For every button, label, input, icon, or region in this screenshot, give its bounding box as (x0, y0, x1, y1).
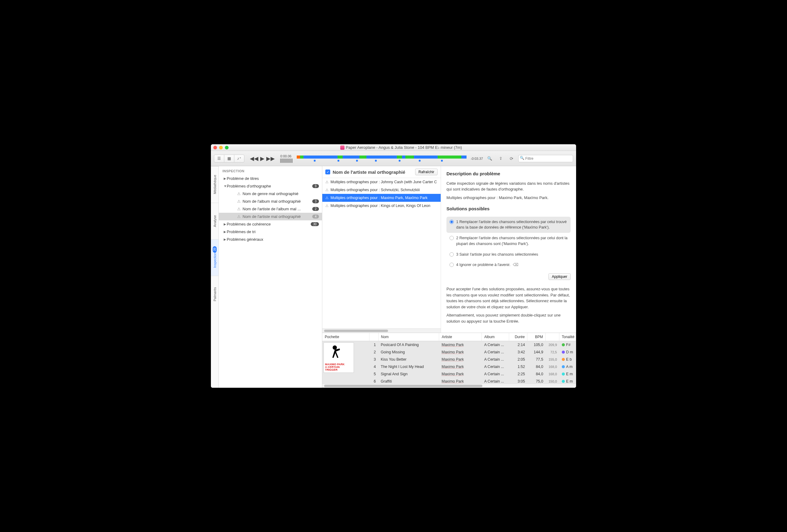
sidebar: INSPECTION ▶Problème de titres▼Problèmes… (219, 166, 322, 388)
desc-header: Description du problème (446, 170, 571, 177)
table-row[interactable]: 5Signal And SignMaximo ParkA Certain ...… (369, 370, 576, 378)
warning-icon: ⚠ (237, 199, 241, 204)
issue-row[interactable]: ⚠Multiples orthographes pour : Maximo Pa… (322, 194, 441, 202)
col-key[interactable]: Tonalité (559, 333, 576, 341)
table-header[interactable]: Pochette Nom Artiste Album Durée BPM Ton… (322, 333, 576, 341)
chevron-icon: ▼ (224, 185, 227, 188)
table-row[interactable]: 6GraffitiMaximo ParkA Certain ...3:0575,… (369, 378, 576, 383)
svg-point-0 (333, 345, 337, 350)
sidebar-item[interactable]: ▶Problèmes généraux (219, 236, 322, 243)
loupe-icon[interactable]: 🔍 (485, 155, 494, 162)
count-badge: 4 (312, 215, 319, 218)
view-music-button[interactable]: ♪⁺ (234, 155, 244, 163)
sidebar-item[interactable]: ▶Problèmes de tri (219, 228, 322, 236)
col-cover[interactable]: Pochette (322, 333, 369, 341)
rail-tab[interactable]: Inspection39 (211, 239, 218, 276)
col-album[interactable]: Album (482, 333, 509, 341)
issue-row[interactable]: ⚠Multiples orthographes pour : Kings of … (322, 202, 441, 210)
window-title: Paper Aeroplane - Angus & Julia Stone - … (229, 145, 574, 150)
artist-link[interactable]: Maximo Park (442, 350, 464, 354)
artist-link[interactable]: Maximo Park (442, 365, 464, 369)
key-color-icon (562, 350, 565, 354)
table-row[interactable]: 3Kiss You BetterMaximo ParkA Certain ...… (369, 356, 576, 363)
help-text-2: Alternativement, vous pouvez simplement … (446, 312, 571, 324)
issues-scrollbar[interactable] (322, 328, 441, 333)
sidebar-item-label: Nom de l'artiste de l'album mal ... (242, 207, 312, 211)
solution-option[interactable]: 1 Remplacer l'artiste des chansons sélec… (446, 217, 571, 233)
zoom-icon[interactable] (225, 146, 229, 149)
time-elapsed: 0:00.06 (280, 154, 292, 158)
artist-link[interactable]: Maximo Park (442, 357, 464, 362)
sidebar-item[interactable]: ▼Problèmes d'orthographe9 (219, 182, 322, 190)
solutions-header: Solutions possibles (446, 206, 571, 212)
sidebar-item[interactable]: ⚠Nom de l'album mal orthographié3 (219, 197, 322, 205)
search-input[interactable] (518, 155, 573, 162)
table-row[interactable]: 1Postcard Of A PaintingMaximo ParkA Cert… (369, 341, 576, 348)
sidebar-item[interactable]: ⚠Nom de l'artiste mal orthographié4 (219, 213, 322, 220)
col-bpm[interactable]: BPM (527, 333, 546, 341)
radio-icon (449, 220, 454, 224)
app-window: Paper Aeroplane - Angus & Julia Stone - … (211, 144, 576, 388)
album-cover[interactable]: MAXIMO PARK A CERTAIN TRIGGER (323, 342, 354, 373)
count-badge: 3 (312, 199, 319, 203)
sidebar-item-label: Problèmes de cohérence (227, 222, 311, 227)
artist-link[interactable]: Maximo Park (442, 372, 464, 376)
titlebar[interactable]: Paper Aeroplane - Angus & Julia Stone - … (211, 144, 576, 151)
refresh-button[interactable]: Rafraîchir (415, 169, 438, 175)
toolbar: ☰ ▦ ♪⁺ ◀◀ ▶ ▶▶ 0:00.06 -0:03.37 🔍 ⇪ ⟳ (211, 151, 576, 166)
sidebar-item[interactable]: ▶Problème de titres (219, 175, 322, 182)
issue-row[interactable]: ⚠Multiples orthographes pour : Johnny Ca… (322, 178, 441, 186)
col-duration[interactable]: Durée (509, 333, 527, 341)
sidebar-item-label: Problèmes d'orthographe (227, 184, 312, 188)
sidebar-item-label: Problème de titres (227, 176, 319, 181)
share-icon[interactable]: ⇪ (496, 155, 505, 162)
warning-icon: ⚠ (325, 180, 329, 184)
next-button[interactable]: ▶▶ (266, 155, 275, 162)
artist-link[interactable]: Maximo Park (442, 379, 464, 383)
solution-option[interactable]: 3 Saisir l'artiste pour les chansons sél… (446, 249, 571, 260)
barcode-icon (280, 158, 293, 163)
sidebar-item-label: Nom de genre mal orthographié (242, 191, 319, 196)
rail-tab[interactable]: Palmarès (211, 276, 218, 312)
sidebar-item-label: Problèmes généraux (227, 237, 319, 242)
playback-controls: ◀◀ ▶ ▶▶ (250, 155, 275, 162)
sidebar-item[interactable]: ⚠Nom de genre mal orthographié (219, 190, 322, 197)
issue-row[interactable]: ⚠Multiples orthographes pour : Schmutzki… (322, 186, 441, 194)
view-list-button[interactable]: ☰ (214, 155, 224, 163)
traffic-lights (213, 146, 229, 149)
sidebar-item[interactable]: ⚠Nom de l'artiste de l'album mal ...2 (219, 205, 322, 213)
issue-title: Nom de l'artiste mal orthographié (333, 170, 405, 175)
table-row[interactable]: 4The Night I Lost My HeadMaximo ParkA Ce… (369, 363, 576, 370)
checkbox-icon[interactable]: ✓ (325, 170, 330, 174)
radio-icon (449, 236, 454, 240)
key-color-icon (562, 380, 565, 383)
solution-option[interactable]: 4 Ignorer ce problème à l'avenir. ⌫ (446, 260, 571, 270)
loop-icon[interactable]: ⟳ (507, 155, 516, 162)
warning-icon: ⚠ (325, 204, 329, 208)
count-badge: 30 (311, 222, 319, 226)
sidebar-item-label: Nom de l'artiste mal orthographié (242, 214, 312, 219)
close-icon[interactable] (213, 146, 217, 149)
view-grid-button[interactable]: ▦ (224, 155, 234, 163)
progress-bar[interactable] (297, 155, 467, 162)
warning-icon: ⚠ (237, 214, 241, 219)
radio-icon (449, 263, 454, 267)
search-field[interactable] (518, 155, 573, 162)
apply-button[interactable]: Appliquer (548, 273, 571, 280)
delete-icon: ⌫ (512, 263, 518, 267)
rail-tab[interactable]: Médiathèque (211, 166, 218, 203)
minimize-icon[interactable] (219, 146, 223, 149)
table-scrollbar[interactable] (322, 383, 576, 388)
rail-tab[interactable]: Analyse (211, 203, 218, 239)
artist-link[interactable]: Maximo Park (442, 343, 464, 347)
warning-icon: ⚠ (325, 188, 329, 192)
col-name[interactable]: Nom (379, 333, 440, 341)
col-artist[interactable]: Artiste (439, 333, 482, 341)
sidebar-item[interactable]: ▶Problèmes de cohérence30 (219, 220, 322, 228)
solution-option[interactable]: 2 Remplacer l'artiste des chansons sélec… (446, 233, 571, 249)
table-row[interactable]: 2Going MissingMaximo ParkA Certain ...3:… (369, 348, 576, 356)
help-text-1: Pour accepter l'une des solutions propos… (446, 286, 571, 310)
play-button[interactable]: ▶ (260, 155, 264, 162)
issues-list: ✓ Nom de l'artiste mal orthographié Rafr… (322, 166, 441, 333)
prev-button[interactable]: ◀◀ (250, 155, 258, 162)
